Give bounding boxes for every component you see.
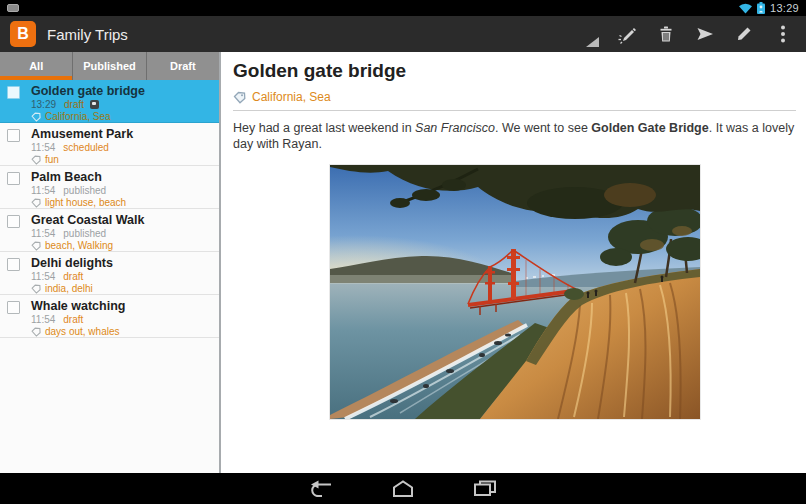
tag-icon — [31, 112, 41, 122]
body-segment: . We went to see — [495, 121, 591, 135]
recents-button[interactable] — [472, 479, 498, 499]
post-tags: india, delhi — [31, 283, 113, 295]
post-status: scheduled — [63, 141, 109, 154]
tab-label: All — [29, 60, 43, 72]
post-status: draft — [64, 98, 84, 111]
post-tags-text: days out, whales — [45, 326, 120, 338]
post-checkbox[interactable] — [7, 301, 20, 314]
back-button[interactable] — [308, 479, 334, 499]
post-detail-title: Golden gate bridge — [233, 60, 796, 82]
tab-draft[interactable]: Draft — [146, 52, 219, 80]
post-checkbox[interactable] — [7, 86, 20, 99]
post-list-item[interactable]: Delhi delights 11:54 draft india, delhi — [0, 252, 219, 295]
post-list-panel: AllPublishedDraft Golden gate bridge 13:… — [0, 52, 221, 473]
post-tags-text: india, delhi — [45, 283, 93, 295]
edit-button[interactable] — [733, 16, 755, 52]
post-text: Whale watching 11:54 draft days out, wha… — [31, 300, 125, 337]
action-buttons — [586, 16, 806, 52]
post-tags: days out, whales — [31, 326, 125, 338]
compose-button[interactable] — [616, 16, 638, 52]
post-list[interactable]: Golden gate bridge 13:29 draft Californi… — [0, 80, 219, 473]
post-checkbox[interactable] — [7, 172, 20, 185]
tag-icon — [31, 241, 41, 251]
post-body-text: Hey had a great last weekend in San Fran… — [233, 120, 796, 152]
post-tags-text: beach, Walking — [45, 240, 113, 252]
tab-label: Published — [83, 60, 136, 72]
post-time: 11:54 — [31, 313, 55, 326]
post-title: Amusement Park — [31, 128, 133, 141]
tag-icon — [31, 155, 41, 165]
post-list-item[interactable]: Whale watching 11:54 draft days out, wha… — [0, 295, 219, 338]
post-meta: 11:54 published — [31, 184, 126, 197]
post-text: Amusement Park 11:54 scheduled fun — [31, 128, 133, 165]
home-icon — [391, 480, 415, 497]
back-icon — [309, 480, 333, 497]
post-tags: beach, Walking — [31, 240, 144, 252]
post-list-item[interactable]: Palm Beach 11:54 published light house, … — [0, 166, 219, 209]
tab-bar: AllPublishedDraft — [0, 52, 219, 80]
post-status: published — [63, 227, 106, 240]
tab-all[interactable]: All — [0, 52, 72, 80]
post-checkbox[interactable] — [7, 215, 20, 228]
post-text: Delhi delights 11:54 draft india, delhi — [31, 257, 113, 294]
blogger-logo-icon: B — [10, 21, 36, 47]
post-title: Delhi delights — [31, 257, 113, 270]
send-icon — [695, 24, 715, 44]
app-bar: B Family Trips — [0, 16, 806, 52]
post-time: 13:29 — [31, 98, 56, 111]
app-home-button[interactable]: B Family Trips — [0, 16, 138, 52]
tag-icon — [233, 91, 246, 104]
post-time: 11:54 — [31, 184, 55, 197]
post-tags-text: light house, beach — [45, 197, 126, 209]
photo-attachment-icon — [90, 100, 99, 109]
post-checkbox[interactable] — [7, 258, 20, 271]
post-time: 11:54 — [31, 227, 55, 240]
post-title: Golden gate bridge — [31, 85, 145, 98]
post-time: 11:54 — [31, 270, 55, 283]
tab-published[interactable]: Published — [72, 52, 145, 80]
tag-icon — [31, 284, 41, 294]
delete-button[interactable] — [655, 16, 677, 52]
post-tags: fun — [31, 154, 133, 166]
post-text: Palm Beach 11:54 published light house, … — [31, 171, 126, 208]
overflow-menu-button[interactable] — [772, 16, 794, 52]
post-detail-labels-text: California, Sea — [252, 90, 331, 104]
delete-icon — [656, 24, 676, 44]
post-status: draft — [63, 313, 83, 326]
tab-label: Draft — [170, 60, 196, 72]
post-time: 11:54 — [31, 141, 55, 154]
battery-icon — [757, 2, 765, 14]
system-nav-bar — [0, 473, 806, 504]
publish-button[interactable] — [694, 16, 716, 52]
status-bar: 13:29 — [0, 0, 806, 16]
post-list-item[interactable]: Great Coastal Walk 11:54 published beach… — [0, 209, 219, 252]
overflow-menu-icon — [780, 24, 786, 44]
post-checkbox[interactable] — [7, 129, 20, 142]
post-title: Palm Beach — [31, 171, 126, 184]
edit-icon — [734, 24, 754, 44]
post-list-item[interactable]: Golden gate bridge 13:29 draft Californi… — [0, 80, 219, 123]
post-status: draft — [63, 270, 83, 283]
wifi-icon — [739, 3, 752, 14]
clock: 13:29 — [770, 2, 799, 14]
golden-gate-bridge-photo — [330, 165, 700, 419]
body-segment: Golden Gate Bridge — [591, 121, 708, 135]
post-list-item[interactable]: Amusement Park 11:54 scheduled fun — [0, 123, 219, 166]
body-segment: Hey had a great last weekend in — [233, 121, 415, 135]
body-segment: San Francisco — [415, 121, 495, 135]
tag-icon — [31, 198, 41, 208]
post-meta: 11:54 published — [31, 227, 144, 240]
recents-icon — [473, 480, 497, 497]
compose-icon — [617, 24, 637, 44]
post-text: Great Coastal Walk 11:54 published beach… — [31, 214, 144, 251]
post-meta: 11:54 scheduled — [31, 141, 133, 154]
divider — [233, 110, 796, 111]
post-preview-pane: Golden gate bridge California, Sea Hey h… — [221, 52, 806, 473]
post-tags-text: California, Sea — [45, 111, 111, 123]
post-tags-text: fun — [45, 154, 59, 166]
post-detail-labels: California, Sea — [233, 90, 796, 104]
tablet-screen: 13:29 B Family Trips — [0, 0, 806, 504]
post-meta: 11:54 draft — [31, 270, 113, 283]
status-bar-indicators: 13:29 — [739, 2, 799, 14]
home-button[interactable] — [390, 479, 416, 499]
